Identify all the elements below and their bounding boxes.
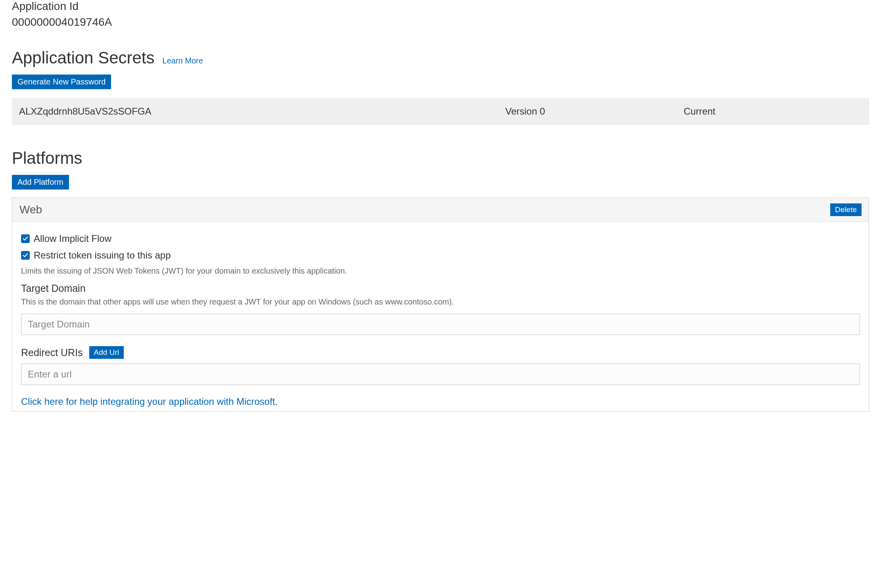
web-platform-title: Web [19, 203, 42, 216]
application-id-label: Application Id [12, 0, 869, 13]
allow-implicit-flow-label: Allow Implicit Flow [34, 233, 111, 244]
redirect-uri-input[interactable] [21, 364, 860, 385]
target-domain-label: Target Domain [21, 283, 860, 294]
secret-status: Current [683, 106, 862, 117]
add-platform-button[interactable]: Add Platform [12, 175, 69, 190]
restrict-token-checkbox[interactable] [21, 251, 30, 260]
application-id-value: 000000004019746A [12, 16, 869, 29]
application-id-section: Application Id 000000004019746A [12, 0, 869, 29]
add-url-button[interactable]: Add Url [89, 346, 124, 359]
restrict-token-label: Restrict token issuing to this app [34, 250, 171, 261]
platforms-heading: Platforms [12, 149, 82, 168]
target-domain-help: This is the domain that other apps will … [21, 297, 860, 306]
application-secrets-section: Application Secrets Learn More Generate … [12, 48, 869, 125]
generate-new-password-button[interactable]: Generate New Password [12, 75, 111, 89]
web-platform-body: Allow Implicit Flow Restrict token issui… [12, 222, 869, 411]
secret-key: ALXZqddrnh8U5aVS2sSOFGA [19, 106, 505, 117]
redirect-uris-row: Redirect URIs Add Url [21, 346, 860, 359]
check-icon [23, 253, 28, 258]
platforms-section: Platforms Add Platform Web Delete Allow … [12, 149, 869, 412]
allow-implicit-flow-checkbox[interactable] [21, 234, 30, 243]
learn-more-link[interactable]: Learn More [163, 56, 203, 65]
secrets-heading: Application Secrets [12, 48, 155, 67]
delete-button[interactable]: Delete [830, 203, 862, 216]
restrict-token-row: Restrict token issuing to this app [21, 250, 860, 261]
restrict-token-help: Limits the issuing of JSON Web Tokens (J… [21, 266, 860, 276]
web-platform-card: Web Delete Allow Implicit Flow Restrict … [12, 197, 869, 412]
target-domain-input[interactable] [21, 314, 860, 335]
web-platform-header: Web Delete [12, 198, 869, 222]
secret-version: Version 0 [505, 106, 684, 117]
secret-row: ALXZqddrnh8U5aVS2sSOFGA Version 0 Curren… [12, 98, 869, 125]
integration-help-link[interactable]: Click here for help integrating your app… [21, 396, 278, 407]
redirect-uris-label: Redirect URIs [21, 347, 83, 358]
check-icon [23, 236, 28, 241]
allow-implicit-flow-row: Allow Implicit Flow [21, 233, 860, 244]
